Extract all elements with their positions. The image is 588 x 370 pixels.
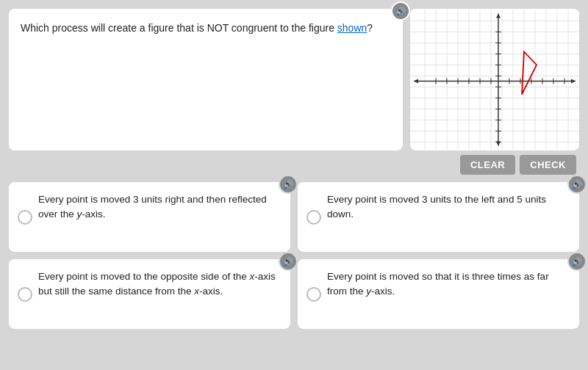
question-audio-button[interactable]: 🔊 (391, 1, 410, 21)
option-b-audio-button[interactable]: 🔊 (567, 175, 587, 194)
shown-link[interactable]: shown (337, 22, 367, 34)
question-text: Which process will create a figure that … (21, 21, 373, 36)
speaker-icon: 🔊 (283, 180, 293, 189)
option-b-radio[interactable] (306, 210, 321, 225)
question-text-before: Which process will create a figure that … (21, 22, 337, 34)
speaker-icon: 🔊 (283, 257, 293, 266)
option-a-radio[interactable] (18, 210, 32, 225)
graph-box (410, 9, 579, 150)
question-box: Which process will create a figure that … (9, 9, 403, 150)
option-c-audio-button[interactable]: 🔊 (279, 252, 298, 271)
coordinate-graph (410, 9, 579, 150)
option-c-text: Every point is moved to the opposite sid… (38, 269, 280, 300)
speaker-icon: 🔊 (572, 257, 582, 266)
option-c-radio[interactable] (18, 287, 32, 302)
option-c-card: Every point is moved to the opposite sid… (9, 259, 290, 329)
option-a-text: Every point is moved 3 units right and t… (38, 192, 280, 222)
option-a-card: Every point is moved 3 units right and t… (9, 182, 290, 252)
option-a-audio-button[interactable]: 🔊 (279, 175, 298, 194)
action-buttons: CLEAR CHECK (9, 155, 579, 175)
speaker-icon: 🔊 (572, 180, 582, 189)
speaker-icon: 🔊 (395, 7, 406, 16)
option-d-card: Every point is moved so that it is three… (298, 259, 579, 329)
answer-options: Every point is moved 3 units right and t… (9, 182, 579, 329)
option-b-card: Every point is moved 3 units to the left… (298, 182, 579, 252)
question-text-after: ? (367, 22, 373, 34)
option-d-text: Every point is moved so that it is three… (327, 269, 569, 300)
clear-button[interactable]: CLEAR (460, 155, 515, 175)
option-b-text: Every point is moved 3 units to the left… (327, 192, 569, 222)
option-d-radio[interactable] (306, 287, 321, 302)
check-button[interactable]: CHECK (520, 155, 576, 175)
option-d-audio-button[interactable]: 🔊 (567, 252, 587, 271)
